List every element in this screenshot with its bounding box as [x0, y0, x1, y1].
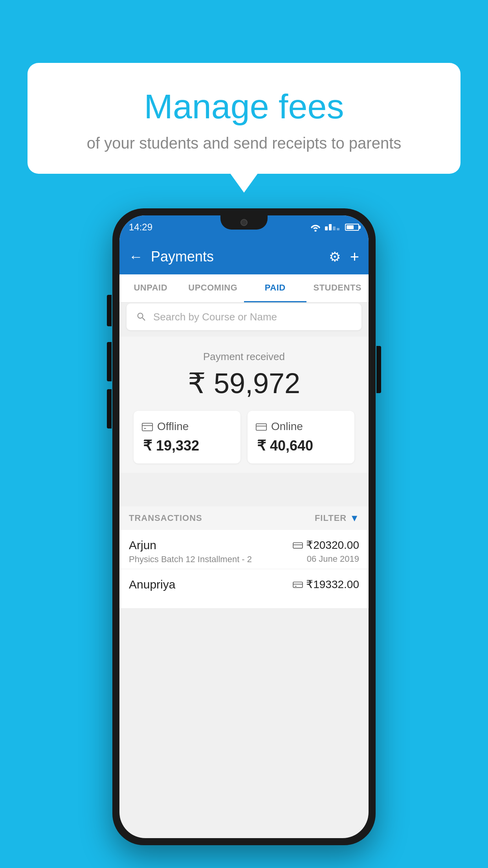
bubble-title: Manage fees: [47, 86, 441, 127]
offline-icon: [141, 422, 153, 431]
transaction-name: Arjun: [129, 539, 252, 552]
online-amount: ₹ 40,640: [255, 438, 313, 454]
search-placeholder: Search by Course or Name: [153, 311, 277, 323]
transaction-left: Anupriya: [129, 578, 175, 594]
bubble-subtitle: of your students and send receipts to pa…: [47, 134, 441, 152]
tab-upcoming[interactable]: UPCOMING: [182, 274, 244, 302]
status-time: 14:29: [129, 222, 152, 233]
transaction-right: ₹19332.00: [293, 578, 359, 593]
online-card-header: Online: [255, 420, 303, 433]
tab-students[interactable]: STUDENTS: [306, 274, 369, 302]
cash-payment-icon: [293, 581, 303, 588]
page-title: Payments: [151, 248, 329, 265]
card-payment-icon: [293, 541, 303, 549]
online-label: Online: [271, 420, 303, 433]
payment-received-label: Payment received: [127, 351, 361, 363]
payment-total-amount: ₹ 59,972: [127, 367, 361, 400]
camera: [240, 219, 248, 226]
transaction-left: Arjun Physics Batch 12 Installment - 2: [129, 539, 252, 565]
phone-screen: 14:29: [119, 215, 369, 838]
filter-label: FILTER: [315, 513, 347, 523]
status-icons: [310, 223, 359, 232]
notch: [220, 215, 268, 230]
volume-down-button: [107, 389, 112, 428]
phone-outer: 14:29: [112, 208, 376, 845]
battery-icon: [345, 224, 359, 231]
table-row[interactable]: Arjun Physics Batch 12 Installment - 2 ₹…: [119, 530, 369, 569]
svg-rect-6: [293, 542, 303, 548]
online-icon: [255, 422, 267, 431]
table-row[interactable]: Anupriya ₹19332.00: [119, 569, 369, 609]
header-icons: ⚙ +: [329, 248, 359, 266]
payment-summary: Payment received ₹ 59,972 Offline: [119, 337, 369, 473]
transaction-amount-row: ₹20320.00: [293, 539, 359, 552]
offline-card: Offline ₹ 19,332: [134, 411, 240, 463]
settings-icon[interactable]: ⚙: [329, 249, 341, 265]
battery-fill: [347, 225, 354, 229]
transaction-amount: ₹20320.00: [306, 539, 359, 552]
payment-cards: Offline ₹ 19,332 Online ₹: [127, 411, 361, 463]
transaction-right: ₹20320.00 06 June 2019: [293, 539, 359, 564]
tab-unpaid[interactable]: UNPAID: [119, 274, 182, 302]
online-card: Online ₹ 40,640: [248, 411, 354, 463]
signal-icon: [325, 224, 339, 230]
transaction-date: 06 June 2019: [293, 554, 359, 564]
volume-up-button: [107, 342, 112, 381]
filter-icon[interactable]: ▼: [350, 513, 359, 524]
offline-amount: ₹ 19,332: [141, 438, 199, 454]
svg-rect-4: [256, 424, 266, 430]
tab-paid[interactable]: PAID: [244, 274, 306, 302]
offline-label: Offline: [157, 420, 189, 433]
tabs-bar: UNPAID UPCOMING PAID STUDENTS: [119, 274, 369, 303]
svg-rect-8: [293, 582, 303, 587]
app-header: ← Payments ⚙ +: [119, 239, 369, 274]
wifi-icon: [310, 223, 321, 232]
transactions-header: TRANSACTIONS FILTER ▼: [119, 506, 369, 530]
svg-rect-1: [142, 423, 152, 431]
search-bar[interactable]: Search by Course or Name: [127, 303, 361, 330]
transaction-amount-row: ₹19332.00: [293, 578, 359, 591]
svg-point-0: [315, 230, 317, 232]
transaction-description: Physics Batch 12 Installment - 2: [129, 554, 252, 565]
add-button[interactable]: +: [350, 248, 359, 266]
transaction-amount: ₹19332.00: [306, 578, 359, 591]
transactions-label: TRANSACTIONS: [129, 513, 315, 523]
power-button: [376, 346, 381, 393]
payment-summary-center: Payment received ₹ 59,972: [127, 351, 361, 400]
transaction-name: Anupriya: [129, 578, 175, 591]
offline-card-header: Offline: [141, 420, 189, 433]
phone-device: 14:29: [112, 208, 376, 845]
speech-bubble: Manage fees of your students and send re…: [28, 63, 460, 174]
search-icon: [136, 311, 147, 322]
back-button[interactable]: ←: [129, 248, 143, 265]
